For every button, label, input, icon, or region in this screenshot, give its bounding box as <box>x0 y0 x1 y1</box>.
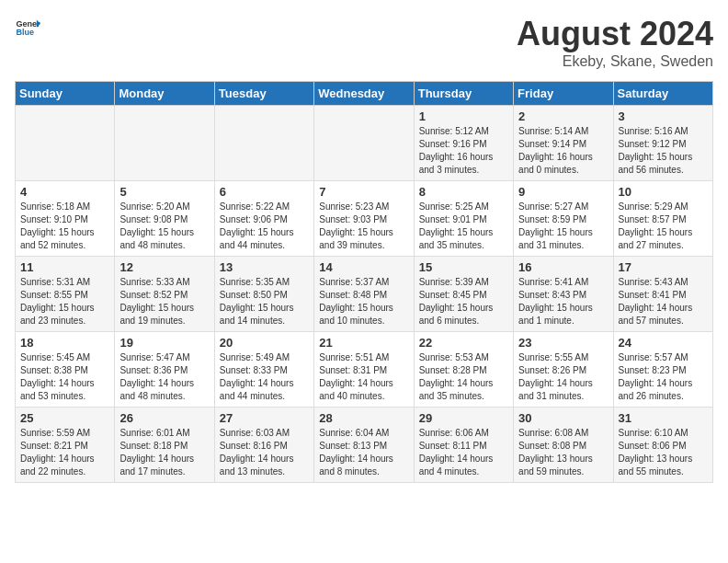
calendar-cell <box>214 106 313 181</box>
day-number: 31 <box>619 411 708 425</box>
day-number: 1 <box>419 109 508 123</box>
calendar-cell: 20Sunrise: 5:49 AM Sunset: 8:33 PM Dayli… <box>214 332 313 408</box>
calendar-cell <box>115 106 214 181</box>
logo: General Blue <box>15 15 40 40</box>
day-number: 14 <box>319 260 408 274</box>
calendar-cell: 18Sunrise: 5:45 AM Sunset: 8:38 PM Dayli… <box>16 332 115 408</box>
weekday-header-saturday: Saturday <box>613 82 712 106</box>
calendar-cell: 29Sunrise: 6:06 AM Sunset: 8:11 PM Dayli… <box>414 408 513 483</box>
day-number: 28 <box>319 411 408 425</box>
calendar-cell <box>16 106 115 181</box>
day-number: 24 <box>619 336 708 350</box>
day-info: Sunrise: 5:27 AM Sunset: 8:59 PM Dayligh… <box>518 201 608 252</box>
calendar-cell: 2Sunrise: 5:14 AM Sunset: 9:14 PM Daylig… <box>514 106 613 181</box>
day-info: Sunrise: 5:23 AM Sunset: 9:03 PM Dayligh… <box>319 201 408 252</box>
calendar-week-row: 18Sunrise: 5:45 AM Sunset: 8:38 PM Dayli… <box>16 332 713 408</box>
calendar-cell: 25Sunrise: 5:59 AM Sunset: 8:21 PM Dayli… <box>16 408 115 483</box>
day-number: 25 <box>20 411 109 425</box>
day-info: Sunrise: 5:37 AM Sunset: 8:48 PM Dayligh… <box>319 276 408 327</box>
day-number: 4 <box>20 185 109 199</box>
day-number: 6 <box>220 185 309 199</box>
calendar-cell: 12Sunrise: 5:33 AM Sunset: 8:52 PM Dayli… <box>115 257 214 332</box>
day-info: Sunrise: 5:41 AM Sunset: 8:43 PM Dayligh… <box>518 276 608 327</box>
calendar-cell: 22Sunrise: 5:53 AM Sunset: 8:28 PM Dayli… <box>414 332 513 408</box>
calendar-cell: 26Sunrise: 6:01 AM Sunset: 8:18 PM Dayli… <box>115 408 214 483</box>
weekday-header-tuesday: Tuesday <box>214 82 313 106</box>
day-number: 23 <box>518 336 608 350</box>
day-number: 29 <box>419 411 508 425</box>
calendar-cell: 7Sunrise: 5:23 AM Sunset: 9:03 PM Daylig… <box>314 181 414 257</box>
day-number: 9 <box>518 185 608 199</box>
calendar-cell: 6Sunrise: 5:22 AM Sunset: 9:06 PM Daylig… <box>214 181 313 257</box>
calendar-cell: 21Sunrise: 5:51 AM Sunset: 8:31 PM Dayli… <box>314 332 414 408</box>
title-area: August 2024 Ekeby, Skane, Sweden <box>517 15 713 70</box>
day-number: 12 <box>119 260 209 274</box>
header: General Blue August 2024 Ekeby, Skane, S… <box>15 15 713 70</box>
calendar-cell: 24Sunrise: 5:57 AM Sunset: 8:23 PM Dayli… <box>613 332 712 408</box>
calendar-cell: 16Sunrise: 5:41 AM Sunset: 8:43 PM Dayli… <box>514 257 613 332</box>
calendar-cell: 1Sunrise: 5:12 AM Sunset: 9:16 PM Daylig… <box>414 106 513 181</box>
day-number: 26 <box>119 411 209 425</box>
day-info: Sunrise: 5:20 AM Sunset: 9:08 PM Dayligh… <box>119 201 209 252</box>
calendar-cell: 23Sunrise: 5:55 AM Sunset: 8:26 PM Dayli… <box>514 332 613 408</box>
day-info: Sunrise: 6:01 AM Sunset: 8:18 PM Dayligh… <box>119 427 209 478</box>
calendar-cell: 13Sunrise: 5:35 AM Sunset: 8:50 PM Dayli… <box>214 257 313 332</box>
day-info: Sunrise: 5:22 AM Sunset: 9:06 PM Dayligh… <box>220 201 309 252</box>
day-info: Sunrise: 5:33 AM Sunset: 8:52 PM Dayligh… <box>119 276 209 327</box>
day-number: 19 <box>119 336 209 350</box>
calendar-cell: 30Sunrise: 6:08 AM Sunset: 8:08 PM Dayli… <box>514 408 613 483</box>
day-number: 10 <box>619 185 708 199</box>
day-info: Sunrise: 5:43 AM Sunset: 8:41 PM Dayligh… <box>619 276 708 327</box>
calendar-cell: 3Sunrise: 5:16 AM Sunset: 9:12 PM Daylig… <box>613 106 712 181</box>
day-number: 21 <box>319 336 408 350</box>
day-number: 13 <box>220 260 309 274</box>
day-info: Sunrise: 5:35 AM Sunset: 8:50 PM Dayligh… <box>220 276 309 327</box>
day-number: 5 <box>119 185 209 199</box>
day-number: 17 <box>619 260 708 274</box>
calendar-cell: 27Sunrise: 6:03 AM Sunset: 8:16 PM Dayli… <box>214 408 313 483</box>
day-info: Sunrise: 6:04 AM Sunset: 8:13 PM Dayligh… <box>319 427 408 478</box>
day-info: Sunrise: 5:55 AM Sunset: 8:26 PM Dayligh… <box>518 351 608 403</box>
day-number: 3 <box>619 109 708 123</box>
day-number: 2 <box>518 109 608 123</box>
day-info: Sunrise: 5:16 AM Sunset: 9:12 PM Dayligh… <box>619 125 708 177</box>
day-number: 18 <box>20 336 109 350</box>
day-info: Sunrise: 5:59 AM Sunset: 8:21 PM Dayligh… <box>20 427 109 478</box>
calendar-cell: 4Sunrise: 5:18 AM Sunset: 9:10 PM Daylig… <box>16 181 115 257</box>
day-info: Sunrise: 5:18 AM Sunset: 9:10 PM Dayligh… <box>20 201 109 252</box>
month-title: August 2024 <box>517 15 713 53</box>
day-info: Sunrise: 6:03 AM Sunset: 8:16 PM Dayligh… <box>220 427 309 478</box>
day-number: 8 <box>419 185 508 199</box>
calendar-cell <box>314 106 414 181</box>
calendar-cell: 8Sunrise: 5:25 AM Sunset: 9:01 PM Daylig… <box>414 181 513 257</box>
weekday-header-sunday: Sunday <box>16 82 115 106</box>
day-info: Sunrise: 5:12 AM Sunset: 9:16 PM Dayligh… <box>419 125 508 177</box>
calendar-cell: 15Sunrise: 5:39 AM Sunset: 8:45 PM Dayli… <box>414 257 513 332</box>
calendar-cell: 31Sunrise: 6:10 AM Sunset: 8:06 PM Dayli… <box>613 408 712 483</box>
calendar-table: SundayMondayTuesdayWednesdayThursdayFrid… <box>15 81 713 483</box>
day-info: Sunrise: 5:47 AM Sunset: 8:36 PM Dayligh… <box>119 351 209 403</box>
calendar-week-row: 11Sunrise: 5:31 AM Sunset: 8:55 PM Dayli… <box>16 257 713 332</box>
day-number: 15 <box>419 260 508 274</box>
day-info: Sunrise: 6:10 AM Sunset: 8:06 PM Dayligh… <box>619 427 708 478</box>
day-info: Sunrise: 5:29 AM Sunset: 8:57 PM Dayligh… <box>619 201 708 252</box>
calendar-week-row: 25Sunrise: 5:59 AM Sunset: 8:21 PM Dayli… <box>16 408 713 483</box>
day-number: 16 <box>518 260 608 274</box>
weekday-header-wednesday: Wednesday <box>314 82 414 106</box>
day-number: 27 <box>220 411 309 425</box>
calendar-cell: 19Sunrise: 5:47 AM Sunset: 8:36 PM Dayli… <box>115 332 214 408</box>
calendar-cell: 11Sunrise: 5:31 AM Sunset: 8:55 PM Dayli… <box>16 257 115 332</box>
day-info: Sunrise: 5:45 AM Sunset: 8:38 PM Dayligh… <box>20 351 109 403</box>
day-info: Sunrise: 5:49 AM Sunset: 8:33 PM Dayligh… <box>220 351 309 403</box>
calendar-cell: 10Sunrise: 5:29 AM Sunset: 8:57 PM Dayli… <box>613 181 712 257</box>
location-title: Ekeby, Skane, Sweden <box>517 53 713 70</box>
day-number: 20 <box>220 336 309 350</box>
day-info: Sunrise: 5:14 AM Sunset: 9:14 PM Dayligh… <box>518 125 608 177</box>
weekday-header-row: SundayMondayTuesdayWednesdayThursdayFrid… <box>16 82 713 106</box>
day-number: 7 <box>319 185 408 199</box>
day-number: 30 <box>518 411 608 425</box>
calendar-cell: 9Sunrise: 5:27 AM Sunset: 8:59 PM Daylig… <box>514 181 613 257</box>
calendar-cell: 17Sunrise: 5:43 AM Sunset: 8:41 PM Dayli… <box>613 257 712 332</box>
day-info: Sunrise: 5:51 AM Sunset: 8:31 PM Dayligh… <box>319 351 408 403</box>
day-info: Sunrise: 5:53 AM Sunset: 8:28 PM Dayligh… <box>419 351 508 403</box>
